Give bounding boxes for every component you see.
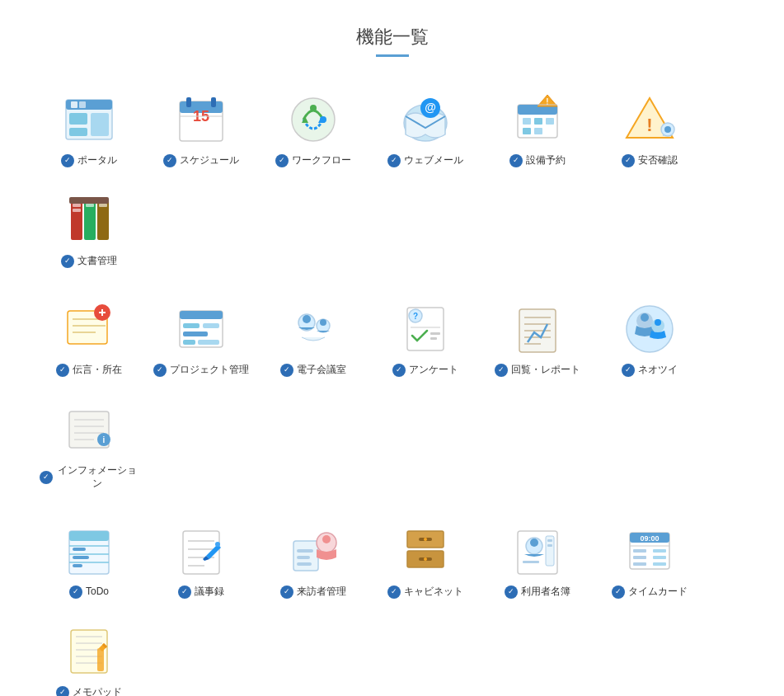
label-text-webmail: ウェブメール bbox=[404, 154, 463, 167]
svg-rect-90 bbox=[73, 548, 86, 551]
label-neotwi: ✓ネオツイ bbox=[622, 364, 678, 377]
label-text-portal: ポータル bbox=[77, 154, 117, 167]
item-facility[interactable]: ! ✓設備予約 bbox=[488, 90, 587, 167]
check-document: ✓ bbox=[61, 255, 74, 268]
item-webmail[interactable]: @ ✓ウェブメール bbox=[376, 90, 475, 167]
label-minutes: ✓議事録 bbox=[178, 585, 224, 599]
item-memopad[interactable]: ✓メモパッド bbox=[40, 622, 138, 696]
svg-rect-54 bbox=[183, 332, 208, 336]
icon-workflow bbox=[284, 90, 343, 149]
check-confirm: ✓ bbox=[622, 154, 635, 167]
label-timecard: ✓タイムカード bbox=[612, 585, 688, 599]
svg-rect-25 bbox=[546, 118, 554, 125]
check-survey: ✓ bbox=[392, 364, 406, 377]
icon-document bbox=[59, 190, 119, 250]
icon-project bbox=[171, 299, 231, 359]
label-text-neotwi: ネオツイ bbox=[638, 364, 678, 377]
item-cabinet[interactable]: ✓キャビネット bbox=[376, 521, 475, 599]
item-userbook[interactable]: ✓利用者名簿 bbox=[488, 521, 587, 599]
svg-point-60 bbox=[320, 319, 326, 326]
check-workflow: ✓ bbox=[275, 154, 289, 167]
label-schedule: ✓スケジュール bbox=[163, 154, 239, 167]
svg-rect-42 bbox=[99, 204, 107, 207]
svg-rect-104 bbox=[297, 562, 312, 566]
label-visitor: ✓来訪者管理 bbox=[280, 585, 346, 599]
item-portal[interactable]: ✓ポータル bbox=[40, 90, 138, 167]
label-text-todo: ToDo bbox=[86, 585, 109, 599]
label-text-visitor: 来訪者管理 bbox=[297, 585, 346, 599]
svg-rect-55 bbox=[183, 340, 195, 345]
item-info[interactable]: i ✓インフォメーション bbox=[40, 400, 138, 490]
label-confirm: ✓安否確認 bbox=[622, 154, 678, 167]
svg-point-109 bbox=[424, 538, 427, 541]
svg-rect-52 bbox=[183, 323, 200, 328]
svg-rect-66 bbox=[430, 337, 437, 340]
item-message[interactable]: ✓伝言・所在 bbox=[40, 299, 138, 377]
check-meeting: ✓ bbox=[280, 364, 293, 377]
icon-portal bbox=[59, 90, 119, 149]
svg-rect-6 bbox=[79, 101, 86, 108]
label-workflow: ✓ワークフロー bbox=[275, 154, 351, 167]
svg-rect-127 bbox=[653, 562, 666, 566]
item-survey[interactable]: ? ✓アンケート bbox=[376, 299, 475, 377]
title-divider bbox=[376, 54, 409, 57]
svg-point-113 bbox=[530, 538, 538, 547]
item-meeting[interactable]: ✓電子会議室 bbox=[264, 299, 363, 377]
item-report[interactable]: ✓回覧・レポート bbox=[488, 299, 587, 377]
label-survey: ✓アンケート bbox=[392, 364, 458, 377]
svg-rect-56 bbox=[198, 340, 219, 345]
label-text-minutes: 議事録 bbox=[195, 585, 224, 599]
item-project[interactable]: ✓プロジェクト管理 bbox=[152, 299, 251, 377]
label-userbook: ✓利用者名簿 bbox=[505, 585, 570, 599]
svg-rect-116 bbox=[547, 539, 552, 542]
svg-rect-2 bbox=[69, 113, 87, 125]
check-todo: ✓ bbox=[69, 585, 82, 599]
label-cabinet: ✓キャビネット bbox=[387, 585, 463, 599]
icon-userbook bbox=[508, 521, 567, 581]
label-text-confirm: 安否確認 bbox=[638, 154, 678, 167]
label-project: ✓プロジェクト管理 bbox=[153, 364, 249, 377]
check-minutes: ✓ bbox=[178, 585, 191, 599]
item-minutes[interactable]: ✓議事録 bbox=[152, 521, 251, 599]
check-timecard: ✓ bbox=[612, 585, 625, 599]
icon-survey: ? bbox=[396, 299, 455, 359]
label-text-schedule: スケジュール bbox=[180, 154, 239, 167]
row-0: ✓ポータル 15 ✓スケジュール ✓ワークフロー @ ✓ウェブメール ! ✓設備… bbox=[0, 82, 784, 283]
svg-point-14 bbox=[310, 105, 317, 111]
check-userbook: ✓ bbox=[505, 585, 518, 599]
svg-rect-122 bbox=[633, 549, 646, 553]
label-facility: ✓設備予約 bbox=[509, 154, 566, 167]
label-text-facility: 設備予約 bbox=[526, 154, 566, 167]
item-neotwi[interactable]: ✓ネオツイ bbox=[600, 299, 699, 377]
label-text-document: 文書管理 bbox=[77, 255, 117, 268]
svg-rect-27 bbox=[534, 128, 542, 134]
item-document[interactable]: ✓文書管理 bbox=[40, 190, 138, 268]
svg-rect-117 bbox=[547, 544, 552, 547]
svg-rect-9 bbox=[186, 97, 191, 107]
svg-rect-53 bbox=[203, 323, 219, 328]
item-todo[interactable]: ✓ToDo bbox=[40, 521, 138, 599]
label-text-workflow: ワークフロー bbox=[292, 154, 351, 167]
svg-rect-10 bbox=[211, 97, 216, 107]
icon-report bbox=[508, 299, 567, 359]
check-memopad: ✓ bbox=[56, 686, 69, 696]
item-timecard[interactable]: 09:00 ✓タイムカード bbox=[600, 521, 699, 599]
svg-point-101 bbox=[322, 535, 331, 543]
check-facility: ✓ bbox=[509, 154, 523, 167]
svg-point-77 bbox=[655, 319, 661, 326]
check-cabinet: ✓ bbox=[387, 585, 401, 599]
item-visitor[interactable]: ✓来訪者管理 bbox=[264, 521, 363, 599]
item-confirm[interactable]: ! ✓安否確認 bbox=[600, 90, 699, 167]
svg-rect-125 bbox=[653, 556, 666, 559]
icon-message bbox=[59, 299, 119, 359]
label-text-userbook: 利用者名簿 bbox=[521, 585, 570, 599]
icon-minutes bbox=[171, 521, 231, 581]
svg-rect-4 bbox=[91, 113, 109, 136]
icon-info: i bbox=[59, 400, 119, 459]
svg-rect-103 bbox=[297, 556, 310, 559]
svg-rect-114 bbox=[523, 561, 539, 563]
svg-rect-65 bbox=[430, 332, 440, 335]
item-schedule[interactable]: 15 ✓スケジュール bbox=[152, 90, 251, 167]
label-portal: ✓ポータル bbox=[61, 154, 117, 167]
item-workflow[interactable]: ✓ワークフロー bbox=[264, 90, 363, 167]
